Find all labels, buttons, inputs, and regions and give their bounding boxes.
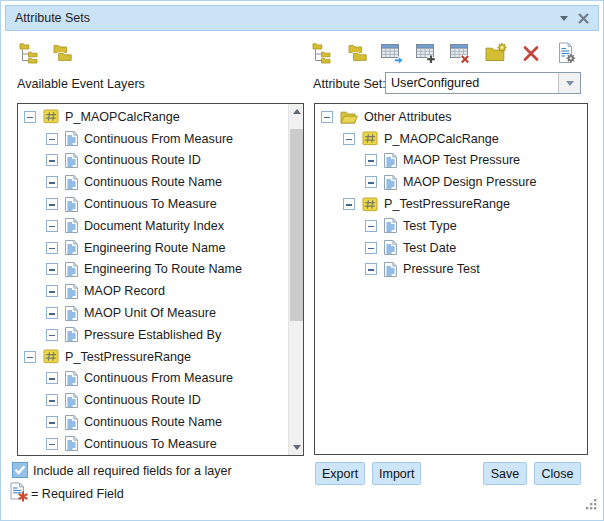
table-export-icon[interactable]	[380, 41, 404, 64]
tree-item-pressure-test[interactable]: Pressure Test	[315, 259, 587, 281]
collapse-toggle-icon[interactable]	[365, 263, 377, 275]
required-field-legend: = Required Field	[31, 487, 124, 501]
tree-item-maop-test-pressure[interactable]: MAOP Test Pressure	[315, 150, 587, 172]
collapse-toggle-icon[interactable]	[46, 220, 58, 232]
tree-item-label: Pressure Test	[403, 262, 480, 276]
collapse-toggle-icon[interactable]	[343, 198, 355, 210]
collapse-toggle-icon[interactable]	[46, 438, 58, 450]
tree-item-label: Document Maturity Index	[84, 219, 224, 233]
tree-item-maop-record[interactable]: MAOP Record	[18, 280, 288, 302]
delete-x-icon[interactable]	[519, 41, 543, 64]
tree-item-other-attributes[interactable]: Other Attributes	[315, 106, 587, 128]
collapse-toggle-icon[interactable]	[343, 133, 355, 145]
tree-item-test-date[interactable]: Test Date	[315, 237, 587, 259]
collapse-toggle-icon[interactable]	[46, 133, 58, 145]
collapse-toggle-icon[interactable]	[46, 307, 58, 319]
include-required-fields-checkbox[interactable]	[12, 462, 28, 478]
attribute-set-tree: Other AttributesP_MAOPCalcRangeMAOP Test…	[315, 104, 587, 454]
tree-item-label: Test Date	[403, 241, 456, 255]
tree-item-label: Continuous Route ID	[84, 153, 201, 167]
table-add-icon[interactable]	[415, 41, 439, 64]
tree-item-continuous-route-name[interactable]: Continuous Route Name	[18, 171, 288, 193]
document-icon	[65, 218, 78, 233]
tree-item-continuous-from-measure[interactable]: Continuous From Measure	[18, 128, 288, 150]
tree-item-test-type[interactable]: Test Type	[315, 215, 587, 237]
document-icon	[65, 262, 78, 277]
tree-item-continuous-route-name[interactable]: Continuous Route Name	[18, 411, 288, 433]
tree-item-label: Continuous To Measure	[84, 437, 217, 451]
resize-grip[interactable]	[585, 497, 598, 515]
tree-item-engineering-to-route-name[interactable]: Engineering To Route Name	[18, 259, 288, 281]
folders-icon[interactable]	[345, 41, 369, 64]
tree-item-engineering-route-name[interactable]: Engineering Route Name	[18, 237, 288, 259]
folder-icon	[340, 110, 358, 124]
titlebar: Attribute Sets	[5, 5, 599, 31]
collapse-toggle-icon[interactable]	[46, 154, 58, 166]
tree-item-label: Continuous From Measure	[84, 371, 233, 385]
tree-item-maop-design-pressure[interactable]: MAOP Design Pressure	[315, 171, 587, 193]
tree-item-p-testpressurerange[interactable]: P_TestPressureRange	[18, 346, 288, 368]
document-gear-icon[interactable]	[554, 41, 578, 64]
tree-item-document-maturity-index[interactable]: Document Maturity Index	[18, 215, 288, 237]
available-layers-tree-panel: P_MAOPCalcRangeContinuous From MeasureCo…	[17, 103, 304, 456]
toolbar-left	[17, 41, 74, 64]
event-layer-icon	[362, 197, 378, 212]
tree-item-continuous-from-measure[interactable]: Continuous From Measure	[18, 368, 288, 390]
folder-gear-icon[interactable]	[484, 41, 508, 64]
attribute-set-dropdown[interactable]: UserConfigured	[385, 72, 581, 94]
collapse-toggle-icon[interactable]	[46, 263, 58, 275]
tree-item-pressure-established-by[interactable]: Pressure Established By	[18, 324, 288, 346]
collapse-toggle-icon[interactable]	[321, 111, 333, 123]
import-button[interactable]: Import	[372, 462, 421, 485]
table-delete-icon[interactable]	[449, 41, 473, 64]
save-button[interactable]: Save	[483, 462, 527, 485]
tree-item-p-maopcalcrange[interactable]: P_MAOPCalcRange	[315, 128, 587, 150]
attribute-sets-dialog: Attribute Sets Available Event Layers At…	[0, 0, 604, 521]
tree-item-label: MAOP Test Pressure	[403, 153, 520, 167]
folder-tree-icon[interactable]	[17, 41, 41, 64]
collapse-toggle-icon[interactable]	[365, 220, 377, 232]
collapse-toggle-icon[interactable]	[365, 176, 377, 188]
window-menu-caret-icon[interactable]	[560, 16, 568, 21]
available-layers-tree: P_MAOPCalcRangeContinuous From MeasureCo…	[18, 104, 288, 455]
close-button[interactable]: Close	[534, 462, 581, 485]
collapse-toggle-icon[interactable]	[46, 329, 58, 341]
tree-item-continuous-route-id[interactable]: Continuous Route ID	[18, 389, 288, 411]
export-button[interactable]: Export	[315, 462, 365, 485]
collapse-toggle-icon[interactable]	[46, 416, 58, 428]
attribute-set-value: UserConfigured	[386, 76, 558, 90]
document-icon	[384, 262, 397, 277]
collapse-toggle-icon[interactable]	[365, 154, 377, 166]
scroll-up-icon[interactable]	[289, 104, 304, 119]
tree-item-continuous-to-measure[interactable]: Continuous To Measure	[18, 433, 288, 455]
folders-icon[interactable]	[50, 41, 74, 64]
required-field-icon	[10, 482, 29, 506]
collapse-toggle-icon[interactable]	[46, 394, 58, 406]
event-layer-icon	[362, 131, 378, 146]
folder-tree-icon[interactable]	[310, 41, 334, 64]
tree-item-maop-unit-of-measure[interactable]: MAOP Unit Of Measure	[18, 302, 288, 324]
tree-item-p-maopcalcrange[interactable]: P_MAOPCalcRange	[18, 106, 288, 128]
document-icon	[65, 131, 78, 146]
document-icon	[65, 393, 78, 408]
scroll-down-icon[interactable]	[289, 440, 304, 455]
toolbar-right	[310, 41, 578, 64]
tree-item-continuous-to-measure[interactable]: Continuous To Measure	[18, 193, 288, 215]
vertical-scrollbar[interactable]	[288, 104, 303, 455]
collapse-toggle-icon[interactable]	[24, 351, 36, 363]
available-event-layers-label: Available Event Layers	[17, 77, 145, 91]
collapse-toggle-icon[interactable]	[46, 176, 58, 188]
collapse-toggle-icon[interactable]	[24, 111, 36, 123]
collapse-toggle-icon[interactable]	[46, 372, 58, 384]
tree-item-label: Other Attributes	[364, 110, 452, 124]
scrollbar-thumb[interactable]	[290, 129, 303, 321]
collapse-toggle-icon[interactable]	[46, 285, 58, 297]
tree-item-continuous-route-id[interactable]: Continuous Route ID	[18, 150, 288, 172]
collapse-toggle-icon[interactable]	[46, 198, 58, 210]
dropdown-button[interactable]	[558, 73, 580, 93]
attribute-set-tree-panel: Other AttributesP_MAOPCalcRangeMAOP Test…	[314, 103, 588, 455]
collapse-toggle-icon[interactable]	[365, 242, 377, 254]
collapse-toggle-icon[interactable]	[46, 242, 58, 254]
close-icon[interactable]	[578, 13, 589, 24]
tree-item-p-testpressurerange[interactable]: P_TestPressureRange	[315, 193, 587, 215]
